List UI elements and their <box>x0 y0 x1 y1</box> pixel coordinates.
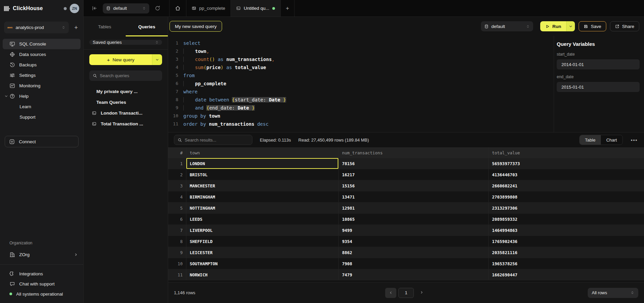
saved-queries-selector[interactable]: Saved queries <box>89 40 162 45</box>
previous-page-button[interactable] <box>385 288 396 298</box>
footer-item-all-systems-operational[interactable]: All systems operational <box>0 289 83 299</box>
column-header-index[interactable]: # <box>168 147 186 158</box>
code-line[interactable]: order by num_transactions desc <box>183 120 554 128</box>
sidebar-item-settings[interactable]: Settings <box>3 70 81 81</box>
table-row[interactable]: 9LEICESTER88622035821116 <box>168 247 644 258</box>
cell-total-value[interactable]: 1464994863 <box>489 225 644 236</box>
view-toggle-chart[interactable]: Chart <box>601 135 622 145</box>
cell-town[interactable]: MANCHESTER <box>186 180 339 191</box>
table-row[interactable]: 5NOTTINGHAM129812313297306 <box>168 203 644 214</box>
sql-editor[interactable]: 1234567891011 select town, count() as nu… <box>168 36 554 132</box>
cell-num-transactions[interactable]: 16217 <box>339 169 489 180</box>
sidebar-item-monitoring[interactable]: Monitoring <box>3 81 81 91</box>
table-row[interactable]: 1LONDON7815656593977373 <box>168 158 644 169</box>
tab-home[interactable] <box>170 0 186 17</box>
variable-input-start-date[interactable]: 2014-01-01 <box>557 59 640 69</box>
cell-total-value[interactable]: 1965378256 <box>489 258 644 269</box>
search-queries-input[interactable] <box>100 73 159 78</box>
cell-total-value[interactable]: 56593977373 <box>489 158 644 169</box>
tab-queries[interactable]: Queries <box>126 17 168 36</box>
sidebar-item-help[interactable]: Help <box>3 91 81 101</box>
code-line[interactable]: pp_complete <box>183 80 554 88</box>
footer-item-integrations[interactable]: Integrations <box>0 269 83 279</box>
organization-item[interactable]: ZOrg <box>0 249 83 260</box>
run-options-dropdown[interactable] <box>566 21 575 31</box>
table-row[interactable]: 2BRISTOL162174136446703 <box>168 169 644 180</box>
column-header-total-value[interactable]: total_value <box>489 147 644 158</box>
next-page-button[interactable] <box>420 290 424 295</box>
page-number-input[interactable]: 1 <box>398 288 414 298</box>
cell-num-transactions[interactable]: 8862 <box>339 247 489 258</box>
cell-town[interactable]: NOTTINGHAM <box>186 203 339 213</box>
saved-query-item-total-transaction[interactable]: Total Transaction ... <box>89 118 162 129</box>
service-selector[interactable]: aws analytics-prod <box>4 22 69 33</box>
cell-num-transactions[interactable]: 7908 <box>339 258 489 269</box>
cell-town[interactable]: SHEFFIELD <box>186 236 339 247</box>
cell-total-value[interactable]: 2703899808 <box>489 191 644 202</box>
code-line[interactable]: town, <box>183 47 554 55</box>
collapse-sidebar-icon[interactable] <box>92 5 97 11</box>
table-row[interactable]: 7LIVERPOOL94991464994863 <box>168 225 644 236</box>
footer-item-chat-with-support[interactable]: Chat with support <box>0 279 83 289</box>
save-button[interactable]: Save <box>579 21 606 31</box>
run-button[interactable]: Run <box>540 21 575 31</box>
search-results-input[interactable] <box>185 138 249 143</box>
table-row[interactable]: 4BIRMINGHAM134712703899808 <box>168 191 644 203</box>
refresh-icon[interactable] <box>155 5 160 11</box>
code-line[interactable]: and {end_date: Date } <box>183 104 554 112</box>
sidebar-item-backups[interactable]: Backups <box>3 60 81 70</box>
new-tab-button[interactable]: + <box>281 0 295 17</box>
code-line[interactable]: count() as num_transactions, <box>183 55 554 63</box>
tab-untitled-qu[interactable]: Untitled qu... <box>231 0 281 17</box>
cell-num-transactions[interactable]: 7479 <box>339 269 489 280</box>
database-selector[interactable]: default <box>103 3 149 13</box>
cell-num-transactions[interactable]: 15156 <box>339 180 489 191</box>
share-button[interactable]: Share <box>610 21 639 31</box>
sidebar-item-sql-console[interactable]: SQL Console <box>3 39 81 49</box>
cell-num-transactions[interactable]: 10865 <box>339 214 489 224</box>
code-line[interactable]: date between {start_date: Date } <box>183 96 554 104</box>
new-query-button[interactable]: + New query <box>89 54 162 65</box>
cell-num-transactions[interactable]: 9354 <box>339 236 489 247</box>
page-size-selector[interactable]: All rows <box>588 288 638 298</box>
table-row[interactable]: 3MANCHESTER151562660602241 <box>168 180 644 191</box>
sidebar-item-learn[interactable]: Learn <box>3 101 81 112</box>
cell-total-value[interactable]: 1765902436 <box>489 236 644 247</box>
column-header-town[interactable]: town <box>186 147 339 158</box>
code-line[interactable]: select <box>183 39 554 47</box>
cell-total-value[interactable]: 2660602241 <box>489 180 644 191</box>
cell-num-transactions[interactable]: 78156 <box>339 158 489 169</box>
saved-query-item-my-private-query[interactable]: My private query ... <box>89 86 162 97</box>
table-row[interactable]: 8SHEFFIELD93541765902436 <box>168 236 644 247</box>
cell-num-transactions[interactable]: 13471 <box>339 191 489 202</box>
add-service-button[interactable]: + <box>73 25 79 31</box>
more-options-icon[interactable]: ••• <box>630 137 638 143</box>
run-database-selector[interactable]: default <box>481 21 533 31</box>
cell-town[interactable]: SOUTHAMPTON <box>186 258 339 269</box>
code-line[interactable]: sum(price) as total_value <box>183 63 554 71</box>
saved-query-item-team-queries[interactable]: Team Queries <box>89 97 162 108</box>
table-row[interactable]: 6LEEDS108652089859332 <box>168 214 644 225</box>
table-row[interactable]: 10SOUTHAMPTON79081965378256 <box>168 258 644 269</box>
new-query-dropdown[interactable] <box>152 54 162 65</box>
cell-town[interactable]: NORWICH <box>186 269 339 280</box>
cell-total-value[interactable]: 2313297306 <box>489 203 644 213</box>
cell-town[interactable]: LEEDS <box>186 214 339 224</box>
tab-pp-complete[interactable]: pp_complete <box>186 0 231 17</box>
cell-town[interactable]: LIVERPOOL <box>186 225 339 236</box>
code-line[interactable]: where <box>183 88 554 96</box>
column-header-num-transactions[interactable]: num_transactions <box>339 147 489 158</box>
saved-query-tab[interactable]: My new saved query <box>170 21 222 32</box>
cell-town[interactable]: LEICESTER <box>186 247 339 258</box>
cell-total-value[interactable]: 2089859332 <box>489 214 644 224</box>
cell-total-value[interactable]: 1662690447 <box>489 269 644 280</box>
cell-town[interactable]: BRISTOL <box>186 169 339 180</box>
cell-town[interactable]: LONDON <box>186 158 339 169</box>
sidebar-item-data-sources[interactable]: Data sources <box>3 49 81 60</box>
cell-num-transactions[interactable]: 9499 <box>339 225 489 236</box>
variable-input-end-date[interactable]: 2015-01-01 <box>557 82 640 92</box>
connect-button[interactable]: Connect <box>5 136 79 147</box>
tab-tables[interactable]: Tables <box>84 17 126 36</box>
code-area[interactable]: select town, count() as num_transactions… <box>183 39 554 128</box>
cell-total-value[interactable]: 2035821116 <box>489 247 644 258</box>
